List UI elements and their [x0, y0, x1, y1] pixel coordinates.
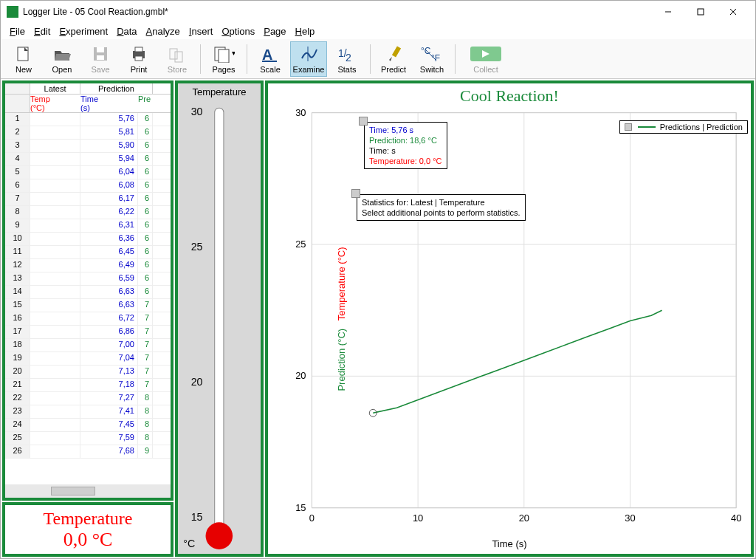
toolbar-pages-button[interactable]: ▾Pages — [205, 41, 242, 77]
titlebar: Logger Lite - 05 Cool Reaction.gmbl* — [1, 1, 755, 23]
table-row[interactable]: 197,047 — [5, 352, 171, 366]
toolbar-open-button[interactable]: Open — [44, 41, 80, 77]
toolbar-print-button[interactable]: Print — [120, 41, 157, 77]
stats-info-box[interactable]: Statistics for: Latest | Temperature Sel… — [357, 194, 526, 221]
menu-experiment[interactable]: Experiment — [55, 24, 112, 38]
data-table-panel[interactable]: Latest Prediction Temp(°C)Time(s)Pre 15,… — [2, 80, 173, 501]
chart-panel[interactable]: Cool Reaction! 01020304015202530 Predict… — [265, 80, 754, 557]
menu-file[interactable]: File — [5, 24, 30, 38]
toolbar-switch-button[interactable]: °C°FSwitch — [413, 41, 450, 77]
examine-icon — [299, 44, 318, 64]
new-icon — [14, 44, 33, 64]
left-column: Latest Prediction Temp(°C)Time(s)Pre 15,… — [2, 80, 173, 557]
thermometer-panel[interactable]: Temperature 30 25 20 15 °C — [175, 80, 264, 557]
toolbar: NewOpenSavePrintStore▾PagesAScaleExamine… — [1, 39, 755, 79]
chart-xlabel: Time (s) — [268, 538, 751, 549]
svg-text:20: 20 — [519, 512, 529, 524]
table-row[interactable]: 116,456 — [5, 246, 171, 259]
table-body[interactable]: 15,76625,81635,90645,94656,04666,08676,1… — [5, 113, 171, 484]
menu-help[interactable]: Help — [291, 24, 320, 38]
table-group-header: Latest Prediction — [5, 83, 171, 95]
toolbar-new-button[interactable]: New — [5, 41, 42, 77]
svg-text:0: 0 — [309, 512, 315, 524]
table-row[interactable]: 207,137 — [5, 366, 171, 379]
table-row[interactable]: 267,689 — [5, 445, 171, 459]
thermometer-graphic: 30 25 20 15 °C — [182, 100, 257, 551]
menu-page[interactable]: Page — [259, 24, 290, 38]
table-row[interactable]: 227,278 — [5, 392, 171, 405]
menubar: FileEditExperimentDataAnalyzeInsertOptio… — [1, 23, 755, 39]
stats-icon: 1/2 — [337, 44, 357, 64]
table-row[interactable]: 106,366 — [5, 233, 171, 246]
table-row[interactable]: 56,046 — [5, 166, 171, 179]
table-column-header: Temp(°C)Time(s)Pre — [5, 95, 171, 113]
table-row[interactable]: 237,418 — [5, 405, 171, 419]
chart-ylabel: Prediction (°C) Temperature (°C) — [336, 247, 347, 391]
box-handle-icon[interactable] — [351, 189, 360, 198]
menu-data[interactable]: Data — [112, 24, 141, 38]
readout-label: Temperature — [44, 509, 133, 529]
table-row[interactable]: 96,316 — [5, 219, 171, 233]
table-row[interactable]: 15,766 — [5, 113, 171, 126]
table-row[interactable]: 166,727 — [5, 312, 171, 326]
table-row[interactable]: 187,007 — [5, 339, 171, 352]
table-row[interactable]: 66,086 — [5, 179, 171, 193]
switch-icon: °C°F — [421, 44, 443, 64]
svg-rect-29 — [215, 108, 224, 528]
legend-handle-icon[interactable] — [625, 123, 632, 131]
toolbar-predict-button[interactable]: Predict — [375, 41, 412, 77]
table-row[interactable]: 25,816 — [5, 126, 171, 140]
menu-options[interactable]: Options — [217, 24, 259, 38]
svg-text:°C: °C — [184, 538, 196, 549]
examine-info-box[interactable]: Time: 5,76 s Prediction: 18,6 °C Time: s… — [364, 122, 447, 169]
minimize-button[interactable] — [652, 1, 684, 23]
svg-text:20: 20 — [295, 370, 306, 381]
print-icon — [129, 44, 148, 64]
table-row[interactable]: 35,906 — [5, 140, 171, 153]
svg-marker-23 — [389, 57, 392, 61]
toolbar-scale-button[interactable]: AScale — [252, 41, 289, 77]
svg-point-30 — [206, 522, 233, 549]
table-row[interactable]: 156,637 — [5, 299, 171, 312]
table-row[interactable]: 247,458 — [5, 419, 171, 432]
legend-line-icon — [638, 126, 656, 128]
menu-edit[interactable]: Edit — [30, 24, 55, 38]
table-row[interactable]: 136,596 — [5, 272, 171, 286]
menu-analyze[interactable]: Analyze — [142, 24, 185, 38]
toolbar-examine-button[interactable]: Examine — [290, 41, 327, 77]
svg-rect-10 — [135, 47, 142, 52]
svg-text:▾: ▾ — [232, 49, 235, 57]
table-row[interactable]: 76,176 — [5, 193, 171, 206]
app-icon — [7, 6, 18, 18]
chart-legend[interactable]: Predictions | Prediction — [619, 120, 748, 134]
svg-text:A: A — [262, 47, 272, 63]
svg-rect-8 — [97, 55, 104, 60]
table-row[interactable]: 86,226 — [5, 206, 171, 219]
svg-rect-11 — [135, 56, 142, 61]
table-hscrollbar[interactable] — [5, 484, 171, 498]
toolbar-stats-button[interactable]: 1/2Stats — [329, 41, 365, 77]
table-row[interactable]: 45,946 — [5, 153, 171, 166]
svg-rect-22 — [392, 46, 401, 57]
table-row[interactable]: 176,867 — [5, 326, 171, 339]
svg-text:°F: °F — [431, 53, 440, 63]
svg-rect-7 — [97, 47, 104, 52]
maximize-button[interactable] — [684, 1, 717, 23]
table-row[interactable]: 217,187 — [5, 379, 171, 392]
toolbar-save-button: Save — [82, 41, 119, 77]
menu-insert[interactable]: Insert — [185, 24, 218, 38]
box-handle-icon[interactable] — [359, 117, 368, 126]
table-row[interactable]: 126,496 — [5, 259, 171, 272]
svg-rect-13 — [175, 52, 182, 62]
svg-text:°C: °C — [421, 46, 431, 56]
middle-column: Temperature 30 25 20 15 °C — [175, 80, 264, 557]
svg-text:30: 30 — [295, 107, 306, 118]
svg-rect-1 — [698, 9, 704, 15]
table-row[interactable]: 257,598 — [5, 432, 171, 445]
svg-text:20: 20 — [191, 376, 203, 388]
table-row[interactable]: 146,636 — [5, 286, 171, 299]
close-button[interactable] — [717, 1, 749, 23]
right-column: Cool Reaction! 01020304015202530 Predict… — [265, 80, 754, 557]
open-icon — [52, 44, 72, 64]
toolbar-store-button: Store — [159, 41, 196, 77]
